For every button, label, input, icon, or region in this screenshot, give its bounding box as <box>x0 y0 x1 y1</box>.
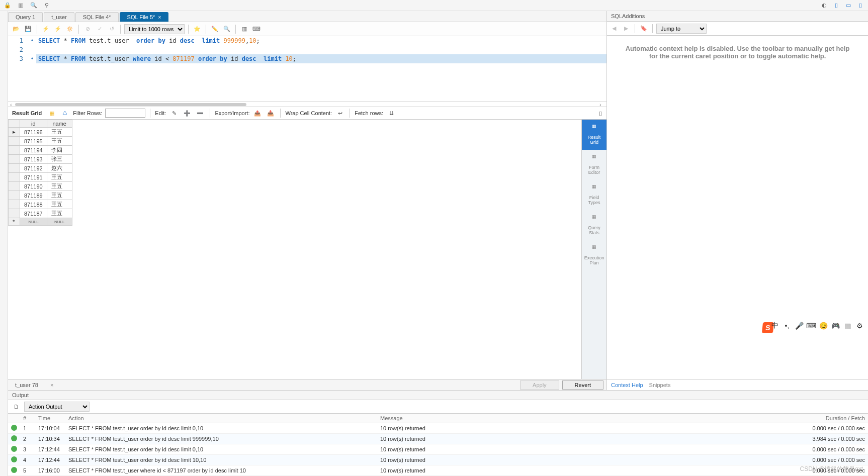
result-tab[interactable]: t_user 78 <box>11 381 42 389</box>
editor-tabs: Query 1t_userSQL File 4*SQL File 5*× <box>8 11 606 22</box>
limit-select[interactable]: Limit to 1000 rows <box>124 24 185 34</box>
status-ok-icon <box>11 456 17 462</box>
editor-tab[interactable]: SQL File 5*× <box>120 12 169 22</box>
ime-gear-icon[interactable]: ⚙ <box>855 321 864 330</box>
panel-icon-3[interactable]: ▯ <box>856 1 865 10</box>
rollback-icon: ↺ <box>107 24 117 34</box>
side-tab[interactable]: ▦Result Grid <box>582 120 606 150</box>
help-icon[interactable]: 🔖 <box>639 24 649 34</box>
table-row[interactable]: 871192赵六 <box>9 164 72 173</box>
side-tabs: ▦Result Grid▦Form Editor▦Field Types▦Que… <box>581 120 606 379</box>
sql-additions-toolbar: ◀ ▶ 🔖 Jump to <box>607 22 868 36</box>
output-row[interactable]: 317:12:44SELECT * FROM test.t_user order… <box>8 444 868 455</box>
filter-input[interactable] <box>105 109 145 118</box>
icon-4[interactable]: ⚲ <box>42 1 51 10</box>
import-icon[interactable]: 📥 <box>266 108 276 118</box>
editor-toolbar: 📂 💾 ⚡ ⚡ 🔅 ⊘ ✓ ↺ Limit to 1000 rows ⭐ ✏️ … <box>8 22 606 36</box>
filter-label: Filter Rows: <box>73 110 102 116</box>
keyboard-icon[interactable]: ⌨ <box>251 24 262 34</box>
revert-button[interactable]: Revert <box>562 380 603 390</box>
panel-icon-1[interactable]: ▯ <box>832 1 841 10</box>
footer-tabs: t_user 78 × Apply Revert <box>8 379 606 390</box>
apply-button[interactable]: Apply <box>520 380 559 390</box>
circle-icon[interactable]: ◐ <box>820 1 829 10</box>
stop-icon: ⊘ <box>82 24 93 34</box>
beautify-icon[interactable]: ✏️ <box>210 24 220 34</box>
editor-tab[interactable]: Query 1 <box>8 12 43 22</box>
export-label: Export/Import: <box>215 110 249 116</box>
grid-icon[interactable]: ▦ <box>47 108 57 118</box>
delete-row-icon[interactable]: ➖ <box>195 108 205 118</box>
commit-icon: ✓ <box>95 24 105 34</box>
side-tab[interactable]: ▦Query Stats <box>582 210 606 240</box>
side-tab[interactable]: ▦Execution Plan <box>582 240 606 270</box>
execute-cursor-icon[interactable]: ⚡ <box>53 24 63 34</box>
edit-icon[interactable]: ✎ <box>169 108 179 118</box>
ime-zh-icon[interactable]: 中 <box>770 321 779 330</box>
editor-tab[interactable]: SQL File 4* <box>75 12 119 22</box>
snippet-icon[interactable]: ▥ <box>239 24 249 34</box>
additions-footer-tabs: Context Help Snippets <box>607 379 868 390</box>
output-row[interactable]: 517:16:00SELECT * FROM test.t_user where… <box>8 465 868 476</box>
save-icon[interactable]: 💾 <box>23 24 33 34</box>
top-toolbar: 🔒 ▥ 🔍 ⚲ ◐ ▯ ▭ ▯ <box>0 0 868 11</box>
table-row[interactable]: 871191王五 <box>9 173 72 182</box>
add-row-icon[interactable]: ➕ <box>182 108 192 118</box>
output-row[interactable]: 217:10:34SELECT * FROM test.t_user order… <box>8 434 868 444</box>
wrap-label: Wrap Cell Content: <box>285 110 332 116</box>
output-table: #TimeActionMessageDuration / Fetch 117:1… <box>8 414 868 476</box>
ime-face-icon[interactable]: 😊 <box>819 321 828 330</box>
icon-2[interactable]: ▥ <box>16 1 25 10</box>
table-row[interactable]: 871190王五 <box>9 182 72 191</box>
table-row[interactable]: 871194李四 <box>9 146 72 155</box>
fetch-icon[interactable]: ⇊ <box>386 108 396 118</box>
help-text: Automatic context help is disabled. Use … <box>607 36 868 69</box>
close-tab-icon[interactable]: × <box>46 381 57 389</box>
table-row[interactable]: 871195王五 <box>9 137 72 146</box>
forward-icon: ▶ <box>621 24 631 34</box>
output-row[interactable]: 117:10:04SELECT * FROM test.t_user order… <box>8 423 868 434</box>
sql-editor[interactable]: 1•SELECT * FROM test.t_user order by id … <box>8 36 606 102</box>
status-ok-icon <box>11 467 17 473</box>
editor-scrollbar[interactable]: ‹› <box>8 102 606 107</box>
open-icon[interactable]: 📂 <box>11 24 21 34</box>
export-icon[interactable]: 📤 <box>252 108 263 118</box>
jump-select[interactable]: Jump to <box>656 24 707 34</box>
side-tab[interactable]: ▦Form Editor <box>582 150 606 180</box>
output-row[interactable]: 417:12:44SELECT * FROM test.t_user order… <box>8 455 868 465</box>
table-row[interactable]: 871193张三 <box>9 155 72 164</box>
snippets-tab[interactable]: Snippets <box>649 382 671 388</box>
table-row[interactable]: 871187王五 <box>9 209 72 218</box>
star-icon[interactable]: ⭐ <box>192 24 202 34</box>
result-grid[interactable]: idname▸871196王五871195王五871194李四871193张三8… <box>8 120 581 379</box>
ime-dot-icon[interactable]: •, <box>783 321 792 330</box>
ime-mic-icon[interactable]: 🎤 <box>795 321 804 330</box>
result-grid-label: Result Grid <box>10 110 44 116</box>
explain-icon[interactable]: 🔅 <box>65 24 75 34</box>
find-icon[interactable]: 🔍 <box>222 24 232 34</box>
back-icon: ◀ <box>609 24 619 34</box>
refresh-icon[interactable]: ♺ <box>60 108 70 118</box>
execute-icon[interactable]: ⚡ <box>41 24 51 34</box>
output-title: Output <box>8 391 868 400</box>
table-row[interactable]: ▸871196王五 <box>9 128 72 137</box>
wrap-icon[interactable]: ↩ <box>335 108 345 118</box>
sql-additions-panel: SQLAdditions ◀ ▶ 🔖 Jump to Automatic con… <box>606 11 868 390</box>
context-help-tab[interactable]: Context Help <box>611 382 643 388</box>
icon-1[interactable]: 🔒 <box>3 1 12 10</box>
table-row[interactable]: 871189王五 <box>9 191 72 200</box>
output-select[interactable]: Action Output <box>24 402 90 412</box>
ime-grid-icon[interactable]: ▦ <box>843 321 852 330</box>
panel-icon-2[interactable]: ▭ <box>844 1 853 10</box>
ime-icons: 中 •, 🎤 ⌨ 😊 🎮 ▦ ⚙ <box>770 321 864 330</box>
results-area: idname▸871196王五871195王五871194李四871193张三8… <box>8 120 606 379</box>
table-row[interactable]: 871188王五 <box>9 200 72 209</box>
output-clear-icon[interactable]: 🗋 <box>11 402 21 412</box>
ime-game-icon[interactable]: 🎮 <box>831 321 840 330</box>
side-tab[interactable]: ▦Field Types <box>582 180 606 210</box>
edit-label: Edit: <box>155 110 166 116</box>
pin-icon[interactable]: ▯ <box>596 108 604 118</box>
editor-tab[interactable]: t_user <box>44 12 74 22</box>
ime-kbd-icon[interactable]: ⌨ <box>807 321 816 330</box>
zoom-icon[interactable]: 🔍 <box>29 1 38 10</box>
